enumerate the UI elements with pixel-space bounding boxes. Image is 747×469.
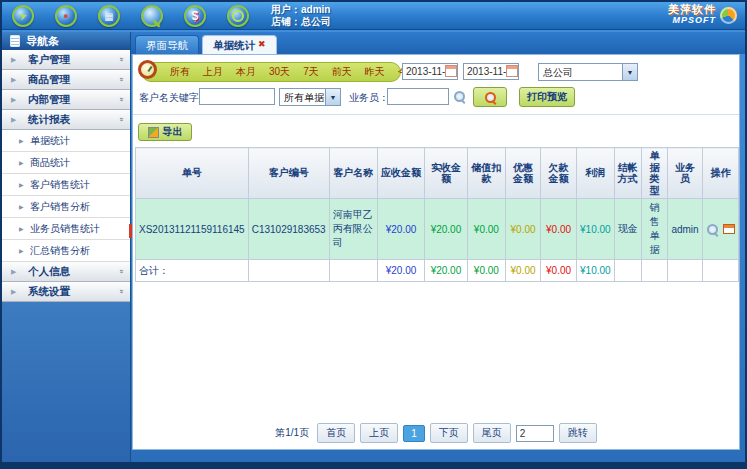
next-page-button[interactable]: 下页 [430,423,468,443]
sidebar-group-label: 系统设置 [28,285,70,299]
range-last-month[interactable]: 上月 [203,65,223,79]
excel-icon [148,127,159,138]
range-7-days[interactable]: 7天 [303,65,319,79]
col-discount[interactable]: 优惠金额 [506,148,541,199]
doc-type-select-value: 所有单据 [280,89,325,105]
search-button[interactable] [473,87,507,107]
total-label: 合计： [136,260,249,282]
quick-date-bar: 所有 上月 本月 30天 7天 前天 昨天 今天 [141,62,401,82]
print-preview-button[interactable]: 打印预览 [519,87,575,107]
content-area: 界面导航 单据统计✖ 所有 上月 本月 30天 7天 前天 昨天 今天 [131,32,745,462]
view-detail-magnifier-icon[interactable] [706,223,719,236]
triangle-right-icon: ▶ [19,181,24,188]
jump-page-input[interactable] [516,425,554,442]
cell-stored-deduct: ¥0.00 [467,199,505,260]
sidebar-item-summary-sales-analysis[interactable]: ▶ 汇总销售分析 [2,240,130,262]
tab-doc-stats[interactable]: 单据统计✖ [202,35,277,54]
filter-section: 所有 上月 本月 30天 7天 前天 昨天 今天 总公司 ▼ 客户名关键字： [133,55,739,115]
sidebar-item-customer-sales-stats[interactable]: ▶ 客户销售统计 [2,174,130,196]
pagination: 第1/1页 首页 上页 1 下页 尾页 跳转 [133,423,739,443]
range-day-before[interactable]: 前天 [332,65,352,79]
chevron-double-down-icon: » [116,77,125,81]
sidebar-group-label: 个人信息 [28,265,70,279]
triangle-right-icon: ▶ [11,96,16,104]
toolbar-icons [12,5,249,27]
col-pay-method[interactable]: 结帐方式 [614,148,641,199]
total-empty [329,260,377,282]
col-customer-name[interactable]: 客户名称 [329,148,377,199]
globe-refresh-icon[interactable] [12,5,34,27]
col-receivable[interactable]: 应收金额 [377,148,424,199]
sidebar-title-label: 导航条 [26,34,59,49]
col-customer-no[interactable]: 客户编号 [248,148,329,199]
last-page-button[interactable]: 尾页 [473,423,511,443]
sidebar-item-doc-stats[interactable]: ▶ 单据统计 [2,130,130,152]
money-icon[interactable] [184,5,206,27]
triangle-right-icon: ▶ [19,137,24,144]
sidebar-item-customer-sales-analysis[interactable]: ▶ 客户销售分析 [2,196,130,218]
salesman-input[interactable] [387,88,449,105]
sidebar-item-label: 业务员销售统计 [30,222,100,236]
sidebar-group-customers[interactable]: ▶ 客户管理 » [2,50,130,70]
total-empty [641,260,667,282]
jump-button[interactable]: 跳转 [559,423,597,443]
triangle-right-icon: ▶ [11,76,16,84]
doc-type-select[interactable]: 所有单据 ▼ [279,88,341,106]
sidebar-group-reports[interactable]: ▶ 统计报表 » [2,110,130,130]
table-total-row: 合计： ¥20.00 ¥20.00 ¥0.00 ¥0.00 ¥0.00 ¥10.… [136,260,739,282]
col-order-no[interactable]: 单号 [136,148,249,199]
col-doc-type[interactable]: 单据类型 [641,148,667,199]
range-this-month[interactable]: 本月 [236,65,256,79]
current-page-button[interactable]: 1 [403,425,425,442]
sidebar-item-salesman-sales-stats[interactable]: ▶ 业务员销售统计 [2,218,130,240]
triangle-right-icon: ▶ [11,116,16,124]
col-operations[interactable]: 操作 [702,148,738,199]
prev-page-button[interactable]: 上页 [360,423,398,443]
cell-debt: ¥0.00 [541,199,577,260]
cell-received: ¥20.00 [425,199,468,260]
range-yesterday[interactable]: 昨天 [365,65,385,79]
store-select[interactable]: 总公司 ▼ [538,63,638,81]
cell-customer-no: C131029183653 [248,199,329,260]
col-received[interactable]: 实收金额 [425,148,468,199]
table-row[interactable]: XS20131121159116145 C131029183653 河南甲乙丙有… [136,199,739,260]
calendar-icon[interactable] [445,65,457,77]
range-30-days[interactable]: 30天 [269,65,290,79]
close-icon[interactable]: ✖ [258,39,266,49]
table-header-row: 单号 客户编号 客户名称 应收金额 实收金额 储值扣款 优惠金额 欠款金额 利润… [136,148,739,199]
sidebar-title: 导航条 [2,32,130,50]
range-all[interactable]: 所有 [170,65,190,79]
sidebar-group-label: 客户管理 [28,53,70,67]
brand-logo-icon [720,7,737,24]
shop-value: 总公司 [301,16,331,27]
calendar-icon[interactable] [506,65,518,77]
power-icon[interactable] [227,5,249,27]
search-icon[interactable] [141,5,163,27]
cell-receivable: ¥20.00 [377,199,424,260]
col-salesman[interactable]: 业务员 [668,148,703,199]
sidebar-group-internal[interactable]: ▶ 内部管理 » [2,90,130,110]
open-window-icon[interactable] [723,224,735,234]
sidebar-group-personal[interactable]: ▶ 个人信息 » [2,262,130,282]
sidebar-group-settings[interactable]: ▶ 系统设置 » [2,282,130,302]
sidebar-item-goods-stats[interactable]: ▶ 商品统计 [2,152,130,174]
sidebar-group-goods[interactable]: ▶ 商品管理 » [2,70,130,90]
col-stored-deduct[interactable]: 储值扣款 [467,148,505,199]
chevron-down-icon: ▼ [622,64,637,80]
tab-interface-nav[interactable]: 界面导航 [135,35,199,54]
keyword-input[interactable] [199,88,275,105]
cell-pay-method: 现金 [614,199,641,260]
calendar-report-icon[interactable] [98,5,120,27]
sidebar-item-label: 单据统计 [30,134,70,148]
salesman-lookup-magnifier-icon[interactable] [453,90,466,103]
col-profit[interactable]: 利润 [577,148,615,199]
document-icon [10,35,20,47]
first-page-button[interactable]: 首页 [317,423,355,443]
cell-operations [702,199,738,260]
col-debt[interactable]: 欠款金额 [541,148,577,199]
export-button[interactable]: 导出 [138,123,192,141]
cell-profit: ¥10.00 [577,199,615,260]
total-receivable: ¥20.00 [377,260,424,282]
lock-icon[interactable] [55,5,77,27]
triangle-right-icon: ▶ [19,225,24,232]
